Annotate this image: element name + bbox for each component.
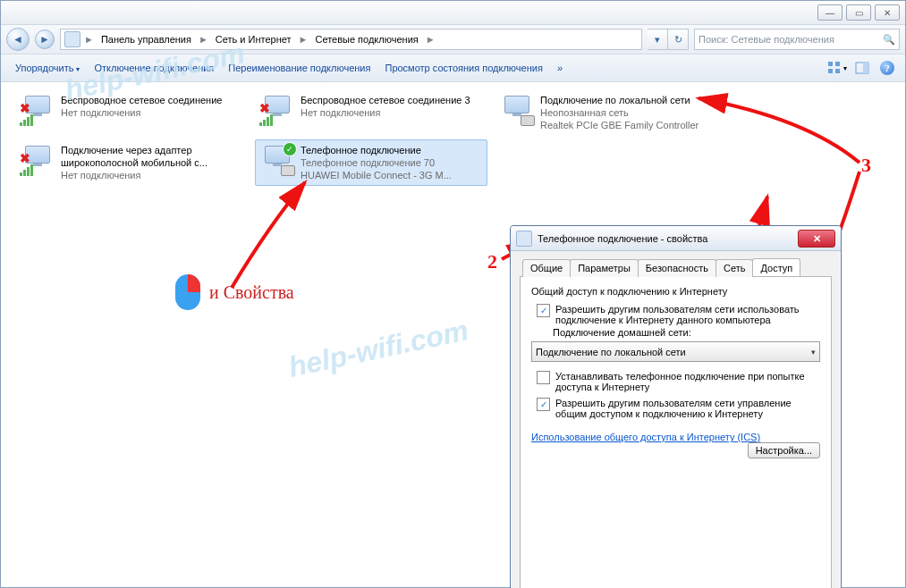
window-titlebar: — ▭ ✕ bbox=[1, 1, 905, 25]
combo-value: Подключение по локальной сети bbox=[536, 347, 686, 357]
breadcrumb-bar[interactable]: ► Панель управления ► Сеть и Интернет ► … bbox=[60, 29, 642, 50]
breadcrumb[interactable]: Панель управления bbox=[97, 34, 195, 45]
view-mode-button[interactable]: ▾ bbox=[826, 57, 848, 79]
allow-control-label: Разрешить другим пользователям сети упра… bbox=[555, 398, 820, 419]
tab-доступ[interactable]: Доступ bbox=[752, 258, 800, 276]
breadcrumb-sep: ► bbox=[82, 34, 96, 45]
svg-rect-1 bbox=[835, 62, 840, 66]
window-close-button[interactable]: ✕ bbox=[875, 4, 900, 21]
sharing-tab-panel: Общий доступ к подключению к Интернету ✓… bbox=[520, 277, 832, 588]
chevron-down-icon: ▾ bbox=[843, 64, 847, 72]
properties-dialog: Телефонное подключение - свойства ✕ Общи… bbox=[510, 225, 842, 588]
explorer-window: — ▭ ✕ ◄ ► ► Панель управления ► Сеть и И… bbox=[0, 0, 906, 588]
ics-help-link[interactable]: Использование общего доступа к Интернету… bbox=[531, 432, 760, 442]
dial-on-demand-label: Устанавливать телефонное подключение при… bbox=[555, 371, 820, 392]
view-icons-icon bbox=[827, 61, 841, 75]
breadcrumb-sep: ► bbox=[297, 34, 310, 45]
home-network-label: Подключение домашней сети: bbox=[553, 327, 820, 338]
help-button[interactable]: ? bbox=[876, 57, 898, 79]
chevron-down-icon: ▾ bbox=[811, 348, 816, 357]
home-network-combo[interactable]: Подключение по локальной сети ▾ bbox=[531, 341, 820, 362]
search-placeholder: Поиск: Сетевые подключения bbox=[699, 34, 834, 45]
preview-pane-button[interactable] bbox=[851, 57, 873, 79]
connections-pane: ✖Беспроводное сетевое соединениеНет подк… bbox=[1, 82, 905, 588]
more-commands-button[interactable]: » bbox=[550, 59, 570, 77]
svg-rect-0 bbox=[828, 62, 833, 66]
dialog-title: Телефонное подключение - свойства bbox=[538, 233, 707, 244]
allow-sharing-checkbox[interactable]: ✓ bbox=[537, 304, 550, 317]
breadcrumb-sep: ► bbox=[424, 34, 437, 45]
svg-rect-2 bbox=[828, 69, 833, 73]
tab-общие[interactable]: Общие bbox=[522, 259, 571, 277]
search-input[interactable]: Поиск: Сетевые подключения 🔍 bbox=[694, 29, 900, 50]
location-icon bbox=[64, 31, 80, 47]
dial-on-demand-checkbox[interactable] bbox=[537, 371, 550, 384]
group-title: Общий доступ к подключению к Интернету bbox=[531, 286, 820, 297]
tab-безопасность[interactable]: Безопасность bbox=[638, 259, 716, 277]
allow-control-checkbox[interactable]: ✓ bbox=[537, 398, 550, 411]
refresh-button[interactable]: ↻ bbox=[668, 29, 689, 50]
svg-rect-5 bbox=[863, 63, 868, 73]
svg-rect-3 bbox=[835, 69, 840, 73]
allow-sharing-label: Разрешить другим пользователям сети испо… bbox=[555, 304, 820, 325]
address-bar-row: ◄ ► ► Панель управления ► Сеть и Интерне… bbox=[1, 25, 905, 55]
breadcrumb[interactable]: Сетевые подключения bbox=[311, 34, 421, 45]
nav-forward-button[interactable]: ► bbox=[35, 29, 55, 49]
dialog-titlebar[interactable]: Телефонное подключение - свойства ✕ bbox=[511, 226, 841, 251]
help-icon: ? bbox=[880, 61, 894, 75]
window-maximize-button[interactable]: ▭ bbox=[846, 4, 871, 21]
window-minimize-button[interactable]: — bbox=[817, 4, 842, 21]
dialog-close-button[interactable]: ✕ bbox=[798, 230, 835, 248]
search-icon: 🔍 bbox=[883, 34, 895, 46]
address-dropdown-button[interactable]: ▾ bbox=[648, 29, 668, 50]
network-icon bbox=[516, 231, 532, 247]
preview-pane-icon bbox=[855, 61, 869, 75]
tab-параметры[interactable]: Параметры bbox=[570, 259, 639, 277]
nav-back-button[interactable]: ◄ bbox=[6, 28, 30, 51]
view-status-button[interactable]: Просмотр состояния подключения bbox=[377, 59, 549, 77]
settings-button[interactable]: Настройка... bbox=[748, 442, 820, 458]
tab-сеть[interactable]: Сеть bbox=[715, 259, 753, 277]
